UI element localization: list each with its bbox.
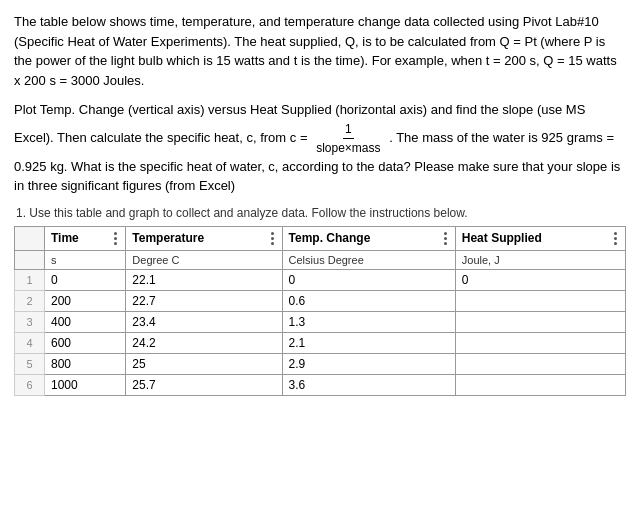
cell-heat[interactable]	[455, 290, 625, 311]
header-row-labels: Time Temperature Temp. Change	[15, 226, 626, 250]
row-number: 1	[15, 269, 45, 290]
cell-temp[interactable]: 25	[126, 353, 282, 374]
table-header: Time Temperature Temp. Change	[15, 226, 626, 269]
cell-time[interactable]: 200	[45, 290, 126, 311]
col-time-unit: s	[45, 250, 126, 269]
cell-heat[interactable]	[455, 353, 625, 374]
table-row: 340023.41.3	[15, 311, 626, 332]
table-body: 1022.100220022.70.6340023.41.3460024.22.…	[15, 269, 626, 395]
paragraph2: Plot Temp. Change (vertical axis) versus…	[14, 100, 626, 196]
cell-change[interactable]: 1.3	[282, 311, 455, 332]
table-row: 1022.100	[15, 269, 626, 290]
cell-change[interactable]: 0	[282, 269, 455, 290]
cell-temp[interactable]: 24.2	[126, 332, 282, 353]
cell-temp[interactable]: 25.7	[126, 374, 282, 395]
col-heat-unit: Joule, J	[455, 250, 625, 269]
row-number: 5	[15, 353, 45, 374]
table-row: 6100025.73.6	[15, 374, 626, 395]
row-number: 2	[15, 290, 45, 311]
table-row: 5800252.9	[15, 353, 626, 374]
cell-heat[interactable]: 0	[455, 269, 625, 290]
fraction-denominator: slope×mass	[314, 139, 382, 157]
col-time-menu-icon[interactable]	[112, 230, 119, 247]
col-time-header: Time	[45, 226, 126, 250]
row-num-unit-header	[15, 250, 45, 269]
cell-time[interactable]: 400	[45, 311, 126, 332]
header-row-units: s Degree C Celsius Degree Joule, J	[15, 250, 626, 269]
col-temp-unit: Degree C	[126, 250, 282, 269]
row-number: 4	[15, 332, 45, 353]
cell-heat[interactable]	[455, 311, 625, 332]
cell-change[interactable]: 3.6	[282, 374, 455, 395]
row-number: 3	[15, 311, 45, 332]
col-tempchange-menu-icon[interactable]	[442, 230, 449, 247]
col-temperature-header: Temperature	[126, 226, 282, 250]
table-row: 460024.22.1	[15, 332, 626, 353]
formula-fraction: 1 slope×mass	[314, 120, 382, 157]
col-heat-menu-icon[interactable]	[612, 230, 619, 247]
cell-time[interactable]: 1000	[45, 374, 126, 395]
col-tempchange-header: Temp. Change	[282, 226, 455, 250]
col-temp-menu-icon[interactable]	[269, 230, 276, 247]
cell-heat[interactable]	[455, 374, 625, 395]
cell-heat[interactable]	[455, 332, 625, 353]
cell-change[interactable]: 2.1	[282, 332, 455, 353]
cell-temp[interactable]: 23.4	[126, 311, 282, 332]
cell-change[interactable]: 0.6	[282, 290, 455, 311]
cell-time[interactable]: 800	[45, 353, 126, 374]
paragraph1: The table below shows time, temperature,…	[14, 12, 626, 90]
cell-change[interactable]: 2.9	[282, 353, 455, 374]
formula-c-equals: c =	[290, 129, 308, 144]
instructions: 1. Use this table and graph to collect a…	[14, 206, 626, 220]
data-table: Time Temperature Temp. Change	[14, 226, 626, 396]
col-heatsupplied-header: Heat Supplied	[455, 226, 625, 250]
fraction-numerator: 1	[343, 120, 354, 139]
cell-temp[interactable]: 22.1	[126, 269, 282, 290]
cell-time[interactable]: 600	[45, 332, 126, 353]
cell-time[interactable]: 0	[45, 269, 126, 290]
col-tempchange-unit: Celsius Degree	[282, 250, 455, 269]
row-number: 6	[15, 374, 45, 395]
cell-temp[interactable]: 22.7	[126, 290, 282, 311]
table-row: 220022.70.6	[15, 290, 626, 311]
row-num-header	[15, 226, 45, 250]
